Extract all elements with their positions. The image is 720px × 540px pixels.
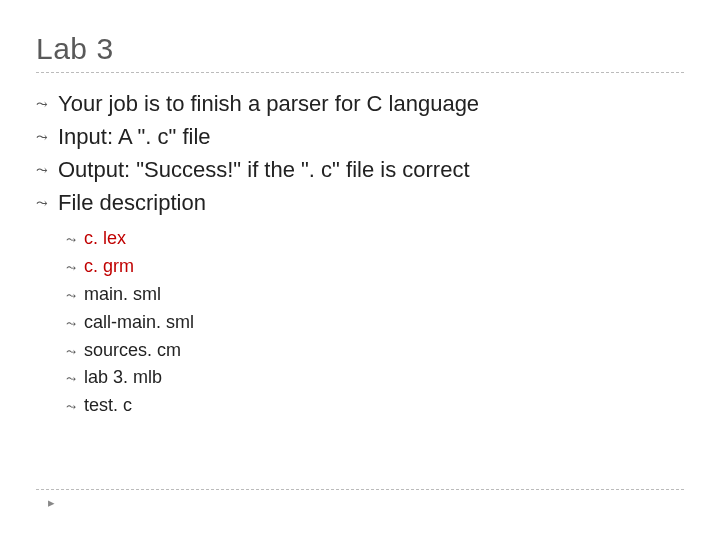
bullet-item: ⤳ Your job is to finish a parser for C l… (36, 87, 684, 120)
bullet-icon: ⤳ (66, 231, 84, 250)
sub-bullet-list: ⤳ c. lex ⤳ c. grm ⤳ main. sml ⤳ call-mai… (66, 225, 684, 420)
bullet-icon: ⤳ (36, 193, 58, 214)
footer-play-icon: ▸ (48, 495, 55, 510)
sub-bullet-text: main. sml (84, 281, 161, 309)
sub-bullet-text: c. lex (84, 225, 126, 253)
sub-bullet-item: ⤳ sources. cm (66, 337, 684, 365)
sub-bullet-item: ⤳ c. grm (66, 253, 684, 281)
bullet-icon: ⤳ (66, 259, 84, 278)
bullet-item: ⤳ Input: A ". c" file (36, 120, 684, 153)
bullet-icon: ⤳ (66, 315, 84, 334)
bullet-icon: ⤳ (66, 343, 84, 362)
bullet-icon: ⤳ (66, 398, 84, 417)
slide-title: Lab 3 (36, 32, 684, 66)
bullet-icon: ⤳ (36, 160, 58, 181)
bullet-text: File description (58, 186, 206, 219)
bullet-item: ⤳ Output: "Success!" if the ". c" file i… (36, 153, 684, 186)
bullet-icon: ⤳ (36, 94, 58, 115)
bullet-text: Input: A ". c" file (58, 120, 211, 153)
bullet-item: ⤳ File description (36, 186, 684, 219)
sub-bullet-item: ⤳ test. c (66, 392, 684, 420)
bullet-icon: ⤳ (36, 127, 58, 148)
bullet-list: ⤳ Your job is to finish a parser for C l… (36, 87, 684, 219)
sub-bullet-text: call-main. sml (84, 309, 194, 337)
sub-bullet-item: ⤳ lab 3. mlb (66, 364, 684, 392)
sub-bullet-text: c. grm (84, 253, 134, 281)
bullet-text: Your job is to finish a parser for C lan… (58, 87, 479, 120)
slide: Lab 3 ⤳ Your job is to finish a parser f… (0, 0, 720, 540)
footer-divider (36, 489, 684, 490)
sub-bullet-text: lab 3. mlb (84, 364, 162, 392)
sub-bullet-item: ⤳ c. lex (66, 225, 684, 253)
bullet-text: Output: "Success!" if the ". c" file is … (58, 153, 470, 186)
sub-bullet-item: ⤳ call-main. sml (66, 309, 684, 337)
sub-bullet-text: test. c (84, 392, 132, 420)
title-wrap: Lab 3 (36, 32, 684, 73)
sub-bullet-item: ⤳ main. sml (66, 281, 684, 309)
bullet-icon: ⤳ (66, 287, 84, 306)
sub-bullet-text: sources. cm (84, 337, 181, 365)
bullet-icon: ⤳ (66, 370, 84, 389)
